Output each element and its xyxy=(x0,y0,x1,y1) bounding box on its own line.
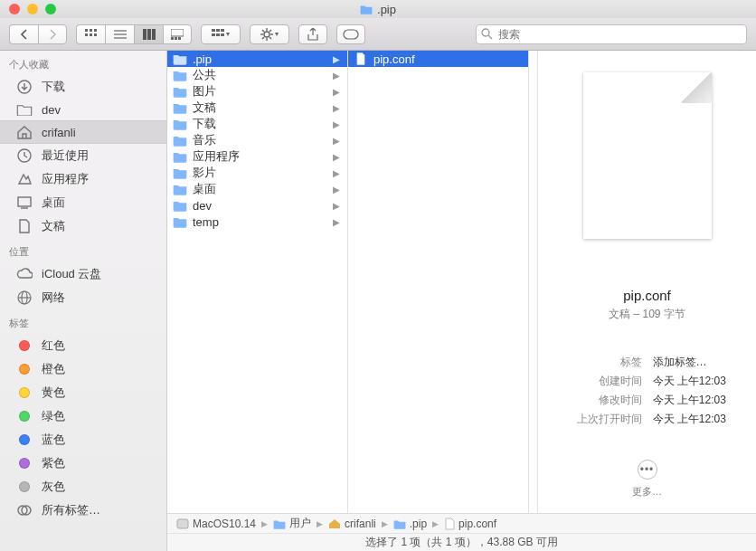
sidebar-item[interactable]: 网络 xyxy=(0,286,166,309)
column-item[interactable]: 桌面▶ xyxy=(167,181,347,197)
download-icon xyxy=(16,80,33,94)
folder-icon xyxy=(360,4,373,14)
path-segment[interactable]: crifanli xyxy=(328,518,376,530)
add-tags-field[interactable]: 添加标签… xyxy=(653,355,757,370)
sidebar-item[interactable]: 橙色 xyxy=(0,357,166,381)
sidebar-item[interactable]: 应用程序 xyxy=(0,167,166,191)
arrange-button[interactable]: ▾ xyxy=(201,24,241,44)
svg-rect-20 xyxy=(216,33,220,36)
sidebar-item-label: 桌面 xyxy=(42,195,65,211)
column-item[interactable]: pip.conf xyxy=(348,51,528,67)
status-bar: 选择了 1 项（共 1 项），43.88 GB 可用 xyxy=(167,533,756,551)
created-label: 创建时间 xyxy=(538,374,642,389)
column-item[interactable]: 应用程序▶ xyxy=(167,148,347,165)
sidebar-item[interactable]: 黄色 xyxy=(0,381,166,404)
item-label: 图片 xyxy=(193,83,216,100)
zoom-window-button[interactable] xyxy=(45,4,56,14)
tags-button[interactable] xyxy=(336,24,365,44)
sidebar-item-label: 紫色 xyxy=(42,455,65,471)
sidebar-item[interactable]: 最近使用 xyxy=(0,144,166,167)
search-input[interactable] xyxy=(476,24,747,44)
svg-rect-11 xyxy=(152,29,156,40)
svg-rect-15 xyxy=(178,37,181,40)
item-label: 影片 xyxy=(193,165,216,181)
path-bar: MacOS10.14▶用户▶crifanli▶.pip▶pip.conf xyxy=(167,513,756,533)
gallery-view-button[interactable] xyxy=(163,24,192,44)
status-text: 选择了 1 项（共 1 项），43.88 GB 可用 xyxy=(365,535,558,550)
svg-rect-9 xyxy=(143,29,146,40)
item-label: .pip xyxy=(193,52,212,66)
path-segment[interactable]: .pip xyxy=(393,518,427,530)
more-actions-button[interactable]: ••• xyxy=(638,460,657,480)
sidebar-item-label: 蓝色 xyxy=(42,432,65,448)
action-button[interactable]: ▾ xyxy=(250,24,289,44)
sidebar: 个人收藏下载devcrifanli最近使用应用程序桌面文稿位置iCloud 云盘… xyxy=(0,51,167,551)
disk-icon xyxy=(176,518,189,529)
forward-button[interactable] xyxy=(38,24,67,44)
icon-view-button[interactable] xyxy=(76,24,105,44)
sidebar-item[interactable]: 红色 xyxy=(0,334,166,357)
opened-value: 今天 上午12:03 xyxy=(653,412,757,427)
path-segment[interactable]: pip.conf xyxy=(444,518,496,530)
column-view-button[interactable] xyxy=(134,24,163,44)
svg-rect-21 xyxy=(221,33,224,36)
sidebar-item[interactable]: dev xyxy=(0,99,166,120)
close-window-button[interactable] xyxy=(9,4,20,14)
nav-buttons xyxy=(9,24,67,44)
minimize-window-button[interactable] xyxy=(27,4,38,14)
item-label: pip.conf xyxy=(373,52,415,66)
document-icon xyxy=(16,219,33,233)
sidebar-item[interactable]: crifanli xyxy=(0,120,166,144)
preview-filename: pip.conf xyxy=(623,288,671,303)
sidebar-item[interactable]: iCloud 云盘 xyxy=(0,262,166,286)
svg-line-29 xyxy=(269,30,271,32)
column-item[interactable]: 文稿▶ xyxy=(167,100,347,116)
svg-rect-4 xyxy=(90,33,92,36)
item-label: dev xyxy=(193,199,212,213)
modified-value: 今天 上午12:03 xyxy=(653,393,757,408)
column-3-empty: || xyxy=(529,51,538,551)
column-item[interactable]: .pip▶ xyxy=(167,51,347,67)
cloud-icon xyxy=(16,267,33,281)
svg-point-32 xyxy=(482,29,489,36)
sidebar-item[interactable]: 绿色 xyxy=(0,404,166,428)
chevron-right-icon: ▶ xyxy=(432,519,439,528)
sidebar-item[interactable]: 蓝色 xyxy=(0,428,166,451)
folder-icon xyxy=(16,102,33,117)
column-item[interactable]: 影片▶ xyxy=(167,165,347,181)
column-item[interactable]: 音乐▶ xyxy=(167,132,347,148)
list-view-button[interactable] xyxy=(105,24,134,44)
sidebar-item[interactable]: 紫色 xyxy=(0,451,166,475)
sidebar-item[interactable]: 文稿 xyxy=(0,214,166,238)
home-icon xyxy=(16,125,33,139)
alltags-icon xyxy=(16,503,33,518)
sidebar-item[interactable]: 下载 xyxy=(0,75,166,99)
sidebar-item-label: 黄色 xyxy=(42,385,65,401)
chevron-right-icon: ▶ xyxy=(333,87,340,97)
clock-icon xyxy=(16,148,33,163)
sidebar-item[interactable]: 灰色 xyxy=(0,475,166,499)
search-field[interactable] xyxy=(476,24,747,44)
chevron-right-icon: ▶ xyxy=(333,201,340,211)
svg-point-22 xyxy=(264,32,269,37)
column-item[interactable]: 下载▶ xyxy=(167,116,347,132)
column-item[interactable]: 公共▶ xyxy=(167,67,347,83)
column-item[interactable]: 图片▶ xyxy=(167,83,347,100)
folder-icon xyxy=(273,518,286,529)
created-value: 今天 上午12:03 xyxy=(653,374,757,389)
column-item[interactable]: dev▶ xyxy=(167,197,347,214)
sidebar-item-label: 灰色 xyxy=(42,479,65,495)
sidebar-item[interactable]: 桌面 xyxy=(0,191,166,214)
sidebar-item[interactable]: 所有标签… xyxy=(0,499,166,522)
path-segment[interactable]: 用户 xyxy=(273,516,311,531)
chevron-right-icon: ▶ xyxy=(382,519,388,528)
path-segment[interactable]: MacOS10.14 xyxy=(176,518,256,530)
back-button[interactable] xyxy=(9,24,38,44)
share-button[interactable] xyxy=(298,24,327,44)
tag-icon xyxy=(16,432,33,447)
sidebar-item-label: 网络 xyxy=(42,290,65,306)
apps-icon xyxy=(16,172,33,186)
column-item[interactable]: temp▶ xyxy=(167,214,347,230)
svg-rect-14 xyxy=(175,37,177,40)
svg-rect-18 xyxy=(221,29,224,32)
